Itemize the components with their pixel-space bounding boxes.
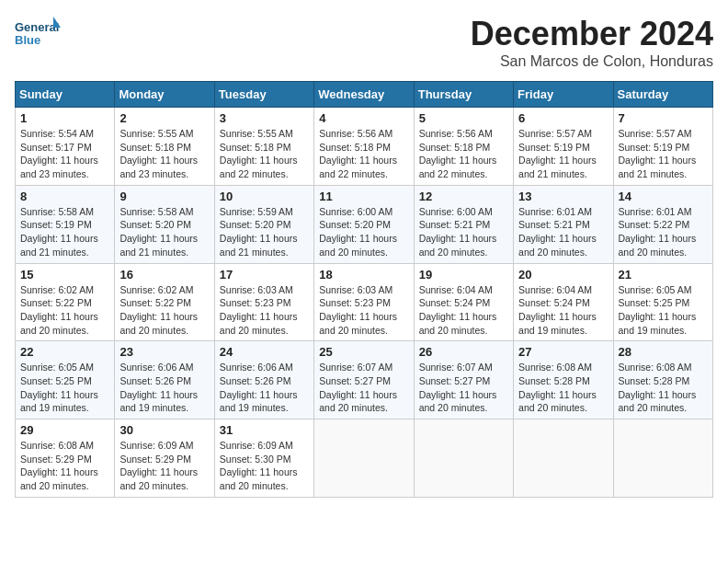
day-number: 22 — [20, 345, 109, 359]
day-number: 14 — [619, 190, 708, 203]
day-info: Sunrise: 5:58 AM Sunset: 5:19 PM Dayligh… — [20, 205, 109, 259]
calendar-cell: 15 Sunrise: 6:02 AM Sunset: 5:22 PM Dayl… — [16, 263, 115, 341]
day-info: Sunrise: 6:01 AM Sunset: 5:21 PM Dayligh… — [518, 205, 608, 259]
calendar-cell: 20 Sunrise: 6:04 AM Sunset: 5:24 PM Dayl… — [514, 263, 613, 341]
day-info: Sunrise: 5:56 AM Sunset: 5:18 PM Dayligh… — [419, 127, 508, 181]
day-info: Sunrise: 5:59 AM Sunset: 5:20 PM Dayligh… — [220, 205, 309, 259]
day-info: Sunrise: 6:03 AM Sunset: 5:23 PM Dayligh… — [319, 283, 408, 338]
day-number: 28 — [619, 345, 708, 359]
header-thursday: Thursday — [414, 82, 513, 108]
calendar-cell: 19 Sunrise: 6:04 AM Sunset: 5:24 PM Dayl… — [414, 263, 513, 341]
header-tuesday: Tuesday — [214, 82, 313, 108]
day-number: 10 — [220, 190, 309, 203]
day-info: Sunrise: 5:58 AM Sunset: 5:20 PM Dayligh… — [119, 205, 209, 259]
day-number: 26 — [419, 345, 508, 359]
calendar-cell: 3 Sunrise: 5:55 AM Sunset: 5:18 PM Dayli… — [214, 108, 313, 186]
day-info: Sunrise: 5:57 AM Sunset: 5:19 PM Dayligh… — [518, 127, 608, 181]
calendar-cell: 29 Sunrise: 6:08 AM Sunset: 5:29 PM Dayl… — [16, 419, 115, 498]
header-sunday: Sunday — [16, 82, 115, 108]
calendar-title: December 2024 — [471, 15, 713, 53]
calendar-cell — [314, 419, 414, 498]
calendar-week-row: 8 Sunrise: 5:58 AM Sunset: 5:19 PM Dayli… — [16, 185, 713, 263]
day-number: 13 — [518, 190, 608, 203]
day-info: Sunrise: 6:09 AM Sunset: 5:29 PM Dayligh… — [119, 439, 209, 493]
day-info: Sunrise: 6:00 AM Sunset: 5:20 PM Dayligh… — [319, 205, 408, 259]
day-number: 17 — [220, 268, 309, 282]
day-info: Sunrise: 6:03 AM Sunset: 5:23 PM Dayligh… — [220, 283, 309, 338]
day-info: Sunrise: 5:55 AM Sunset: 5:18 PM Dayligh… — [119, 127, 209, 181]
calendar-body: 1 Sunrise: 5:54 AM Sunset: 5:17 PM Dayli… — [16, 108, 713, 498]
day-number: 5 — [419, 111, 508, 125]
calendar-cell: 8 Sunrise: 5:58 AM Sunset: 5:19 PM Dayli… — [16, 185, 115, 263]
calendar-cell — [613, 419, 712, 498]
day-info: Sunrise: 6:06 AM Sunset: 5:26 PM Dayligh… — [119, 361, 209, 415]
calendar-cell: 9 Sunrise: 5:58 AM Sunset: 5:20 PM Dayli… — [115, 185, 214, 263]
calendar-cell: 4 Sunrise: 5:56 AM Sunset: 5:18 PM Dayli… — [314, 108, 414, 186]
calendar-cell: 26 Sunrise: 6:07 AM Sunset: 5:27 PM Dayl… — [414, 341, 513, 419]
calendar-subtitle: San Marcos de Colon, Honduras — [471, 53, 713, 70]
day-info: Sunrise: 6:00 AM Sunset: 5:21 PM Dayligh… — [419, 205, 508, 259]
day-info: Sunrise: 6:07 AM Sunset: 5:27 PM Dayligh… — [319, 361, 408, 415]
header: General Blue December 2024 San Marcos de… — [15, 15, 713, 70]
calendar-cell: 21 Sunrise: 6:05 AM Sunset: 5:25 PM Dayl… — [613, 263, 712, 341]
title-area: December 2024 San Marcos de Colon, Hondu… — [471, 15, 713, 70]
day-info: Sunrise: 6:06 AM Sunset: 5:26 PM Dayligh… — [220, 361, 309, 415]
calendar-cell: 1 Sunrise: 5:54 AM Sunset: 5:17 PM Dayli… — [16, 108, 115, 186]
header-saturday: Saturday — [613, 82, 712, 108]
calendar-table: Sunday Monday Tuesday Wednesday Thursday… — [15, 81, 713, 498]
calendar-week-row: 1 Sunrise: 5:54 AM Sunset: 5:17 PM Dayli… — [16, 108, 713, 186]
day-info: Sunrise: 6:01 AM Sunset: 5:22 PM Dayligh… — [619, 205, 708, 259]
logo: General Blue — [15, 15, 61, 52]
day-number: 2 — [119, 111, 209, 125]
day-number: 12 — [419, 190, 508, 203]
day-number: 3 — [220, 111, 309, 125]
day-number: 16 — [119, 268, 209, 282]
day-number: 6 — [518, 111, 608, 125]
calendar-cell — [514, 419, 613, 498]
day-number: 21 — [619, 268, 708, 282]
day-info: Sunrise: 6:07 AM Sunset: 5:27 PM Dayligh… — [419, 361, 508, 415]
weekday-header-row: Sunday Monday Tuesday Wednesday Thursday… — [16, 82, 713, 108]
calendar-cell: 11 Sunrise: 6:00 AM Sunset: 5:20 PM Dayl… — [314, 185, 414, 263]
calendar-cell: 28 Sunrise: 6:08 AM Sunset: 5:28 PM Dayl… — [613, 341, 712, 419]
day-number: 1 — [20, 111, 109, 125]
day-info: Sunrise: 6:02 AM Sunset: 5:22 PM Dayligh… — [20, 283, 109, 338]
day-info: Sunrise: 6:04 AM Sunset: 5:24 PM Dayligh… — [518, 283, 608, 338]
calendar-cell: 27 Sunrise: 6:08 AM Sunset: 5:28 PM Dayl… — [514, 341, 613, 419]
calendar-cell: 17 Sunrise: 6:03 AM Sunset: 5:23 PM Dayl… — [214, 263, 313, 341]
calendar-cell — [414, 419, 513, 498]
day-number: 29 — [20, 423, 109, 437]
calendar-cell: 22 Sunrise: 6:05 AM Sunset: 5:25 PM Dayl… — [16, 341, 115, 419]
calendar-cell: 2 Sunrise: 5:55 AM Sunset: 5:18 PM Dayli… — [115, 108, 214, 186]
day-number: 18 — [319, 268, 408, 282]
header-wednesday: Wednesday — [314, 82, 414, 108]
calendar-cell: 31 Sunrise: 6:09 AM Sunset: 5:30 PM Dayl… — [214, 419, 313, 498]
calendar-week-row: 29 Sunrise: 6:08 AM Sunset: 5:29 PM Dayl… — [16, 419, 713, 498]
day-number: 23 — [119, 345, 209, 359]
day-info: Sunrise: 6:05 AM Sunset: 5:25 PM Dayligh… — [20, 361, 109, 415]
calendar-cell: 25 Sunrise: 6:07 AM Sunset: 5:27 PM Dayl… — [314, 341, 414, 419]
day-number: 27 — [518, 345, 608, 359]
calendar-week-row: 22 Sunrise: 6:05 AM Sunset: 5:25 PM Dayl… — [16, 341, 713, 419]
calendar-cell: 5 Sunrise: 5:56 AM Sunset: 5:18 PM Dayli… — [414, 108, 513, 186]
day-number: 24 — [220, 345, 309, 359]
day-number: 11 — [319, 190, 408, 203]
day-number: 30 — [119, 423, 209, 437]
day-number: 4 — [319, 111, 408, 125]
day-info: Sunrise: 5:57 AM Sunset: 5:19 PM Dayligh… — [619, 127, 708, 181]
day-number: 15 — [20, 268, 109, 282]
day-number: 20 — [518, 268, 608, 282]
day-number: 9 — [119, 190, 209, 203]
day-info: Sunrise: 6:05 AM Sunset: 5:25 PM Dayligh… — [619, 283, 708, 338]
day-info: Sunrise: 5:54 AM Sunset: 5:17 PM Dayligh… — [20, 127, 109, 181]
day-number: 25 — [319, 345, 408, 359]
svg-text:Blue: Blue — [15, 33, 40, 47]
calendar-cell: 18 Sunrise: 6:03 AM Sunset: 5:23 PM Dayl… — [314, 263, 414, 341]
calendar-cell: 14 Sunrise: 6:01 AM Sunset: 5:22 PM Dayl… — [613, 185, 712, 263]
calendar-cell: 7 Sunrise: 5:57 AM Sunset: 5:19 PM Dayli… — [613, 108, 712, 186]
header-monday: Monday — [115, 82, 214, 108]
day-info: Sunrise: 5:55 AM Sunset: 5:18 PM Dayligh… — [220, 127, 309, 181]
day-info: Sunrise: 6:08 AM Sunset: 5:28 PM Dayligh… — [619, 361, 708, 415]
calendar-cell: 6 Sunrise: 5:57 AM Sunset: 5:19 PM Dayli… — [514, 108, 613, 186]
day-number: 19 — [419, 268, 508, 282]
